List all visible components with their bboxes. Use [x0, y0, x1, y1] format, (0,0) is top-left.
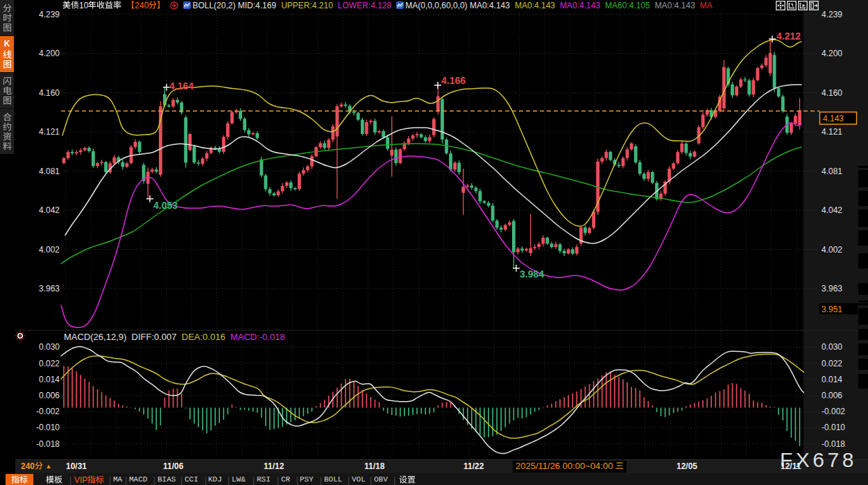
svg-text:4.121: 4.121: [39, 127, 60, 137]
svg-text:4.166: 4.166: [441, 75, 466, 86]
svg-text:0.030: 0.030: [822, 342, 842, 352]
svg-text:-0.018: -0.018: [822, 439, 845, 449]
svg-text:4.143: 4.143: [823, 114, 844, 124]
svg-text:4.200: 4.200: [822, 49, 842, 58]
svg-text:4.002: 4.002: [39, 245, 60, 255]
svg-text:4.212: 4.212: [776, 31, 801, 42]
svg-text:3.963: 3.963: [822, 284, 842, 293]
svg-text:0.022: 0.022: [822, 359, 842, 368]
svg-text:4.160: 4.160: [822, 88, 842, 98]
svg-text:-0.002: -0.002: [822, 407, 845, 416]
svg-text:-0.010: -0.010: [822, 423, 845, 432]
svg-text:4.121: 4.121: [822, 127, 842, 137]
svg-text:4.200: 4.200: [39, 49, 60, 58]
svg-text:0.006: 0.006: [822, 391, 842, 400]
svg-text:4.053: 4.053: [153, 200, 178, 211]
svg-text:4.081: 4.081: [822, 167, 842, 176]
svg-text:4.081: 4.081: [39, 167, 60, 176]
svg-text:-0.018: -0.018: [36, 439, 60, 449]
svg-text:0.030: 0.030: [39, 342, 60, 352]
svg-text:4.239: 4.239: [822, 10, 842, 19]
svg-text:4.042: 4.042: [822, 205, 842, 215]
svg-text:0.014: 0.014: [822, 375, 842, 384]
svg-text:-0.002: -0.002: [36, 407, 60, 416]
svg-text:0.006: 0.006: [39, 391, 60, 400]
svg-text:3.984: 3.984: [520, 269, 544, 280]
svg-text:4.239: 4.239: [39, 10, 60, 19]
svg-text:4.164: 4.164: [169, 80, 194, 92]
svg-text:0.022: 0.022: [39, 359, 60, 368]
svg-text:3.951: 3.951: [822, 305, 842, 314]
svg-text:-0.010: -0.010: [36, 423, 60, 432]
svg-text:3.963: 3.963: [39, 284, 60, 293]
svg-text:0.014: 0.014: [39, 375, 60, 384]
svg-text:4.160: 4.160: [39, 88, 60, 98]
svg-text:4.002: 4.002: [822, 245, 842, 255]
svg-text:4.042: 4.042: [39, 205, 60, 215]
